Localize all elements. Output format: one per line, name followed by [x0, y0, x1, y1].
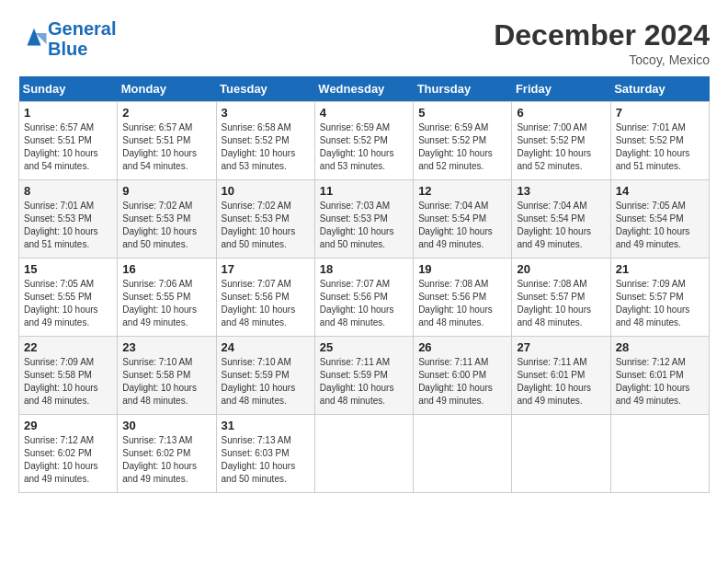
- calendar-cell: 10 Sunrise: 7:02 AM Sunset: 5:53 PM Dayl…: [216, 180, 314, 259]
- day-number: 13: [517, 184, 605, 198]
- day-info: Sunrise: 7:04 AM Sunset: 5:54 PM Dayligh…: [418, 200, 506, 251]
- calendar-cell: 11 Sunrise: 7:03 AM Sunset: 5:53 PM Dayl…: [314, 180, 413, 259]
- day-number: 6: [517, 106, 605, 120]
- day-number: 2: [122, 106, 210, 120]
- day-info: Sunrise: 7:08 AM Sunset: 5:57 PM Dayligh…: [517, 278, 605, 329]
- day-info: Sunrise: 7:08 AM Sunset: 5:56 PM Dayligh…: [418, 278, 506, 329]
- calendar-cell: 16 Sunrise: 7:06 AM Sunset: 5:55 PM Dayl…: [118, 259, 216, 337]
- calendar-cell: [610, 415, 709, 493]
- day-info: Sunrise: 6:59 AM Sunset: 5:52 PM Dayligh…: [418, 121, 506, 173]
- logo-text-line1: General: [48, 18, 116, 39]
- calendar-cell: 6 Sunrise: 7:00 AM Sunset: 5:52 PM Dayli…: [512, 102, 610, 180]
- day-info: Sunrise: 7:05 AM Sunset: 5:55 PM Dayligh…: [24, 278, 112, 329]
- calendar-cell: 1 Sunrise: 6:57 AM Sunset: 5:51 PM Dayli…: [19, 102, 118, 180]
- weekday-header: Tuesday: [216, 76, 314, 102]
- calendar-table: SundayMondayTuesdayWednesdayThursdayFrid…: [18, 76, 710, 493]
- calendar-cell: 8 Sunrise: 7:01 AM Sunset: 5:53 PM Dayli…: [19, 180, 118, 259]
- day-number: 1: [24, 106, 112, 120]
- day-info: Sunrise: 6:58 AM Sunset: 5:52 PM Dayligh…: [222, 121, 310, 173]
- calendar-cell: 28 Sunrise: 7:12 AM Sunset: 6:01 PM Dayl…: [610, 337, 709, 415]
- svg-marker-0: [28, 29, 41, 46]
- calendar-cell: 20 Sunrise: 7:08 AM Sunset: 5:57 PM Dayl…: [512, 259, 610, 337]
- title-block: December 2024 Tocoy, Mexico: [494, 18, 710, 67]
- day-info: Sunrise: 7:12 AM Sunset: 6:01 PM Dayligh…: [616, 356, 704, 408]
- calendar-week-row: 22 Sunrise: 7:09 AM Sunset: 5:58 PM Dayl…: [19, 337, 710, 415]
- calendar-week-row: 8 Sunrise: 7:01 AM Sunset: 5:53 PM Dayli…: [19, 180, 710, 259]
- calendar-cell: 4 Sunrise: 6:59 AM Sunset: 5:52 PM Dayli…: [314, 102, 413, 180]
- day-info: Sunrise: 7:10 AM Sunset: 5:59 PM Dayligh…: [222, 356, 310, 408]
- logo: General Blue: [18, 18, 116, 59]
- calendar-week-row: 29 Sunrise: 7:12 AM Sunset: 6:02 PM Dayl…: [19, 415, 710, 493]
- day-number: 15: [24, 262, 112, 276]
- day-info: Sunrise: 7:09 AM Sunset: 5:57 PM Dayligh…: [616, 278, 704, 329]
- calendar-cell: 29 Sunrise: 7:12 AM Sunset: 6:02 PM Dayl…: [19, 415, 118, 493]
- location: Tocoy, Mexico: [494, 52, 710, 67]
- calendar-cell: 19 Sunrise: 7:08 AM Sunset: 5:56 PM Dayl…: [414, 259, 512, 337]
- calendar-cell: 2 Sunrise: 6:57 AM Sunset: 5:51 PM Dayli…: [118, 102, 216, 180]
- day-number: 10: [222, 184, 310, 198]
- calendar-cell: 27 Sunrise: 7:11 AM Sunset: 6:01 PM Dayl…: [512, 337, 610, 415]
- day-info: Sunrise: 7:10 AM Sunset: 5:58 PM Dayligh…: [122, 356, 210, 408]
- day-info: Sunrise: 6:57 AM Sunset: 5:51 PM Dayligh…: [122, 121, 210, 173]
- day-number: 12: [418, 184, 506, 198]
- weekday-header: Sunday: [19, 76, 118, 102]
- day-number: 8: [24, 184, 112, 198]
- day-info: Sunrise: 6:57 AM Sunset: 5:51 PM Dayligh…: [24, 121, 112, 173]
- day-info: Sunrise: 7:00 AM Sunset: 5:52 PM Dayligh…: [517, 121, 605, 173]
- day-number: 31: [222, 419, 310, 432]
- calendar-cell: 7 Sunrise: 7:01 AM Sunset: 5:52 PM Dayli…: [610, 102, 709, 180]
- calendar-cell: 18 Sunrise: 7:07 AM Sunset: 5:56 PM Dayl…: [314, 259, 413, 337]
- calendar-cell: [512, 415, 610, 493]
- day-number: 20: [517, 262, 605, 276]
- day-number: 24: [222, 340, 310, 354]
- weekday-header: Saturday: [610, 76, 709, 102]
- day-number: 29: [24, 419, 112, 432]
- calendar-cell: 26 Sunrise: 7:11 AM Sunset: 6:00 PM Dayl…: [414, 337, 512, 415]
- calendar-cell: 21 Sunrise: 7:09 AM Sunset: 5:57 PM Dayl…: [610, 259, 709, 337]
- calendar-week-row: 1 Sunrise: 6:57 AM Sunset: 5:51 PM Dayli…: [19, 102, 710, 180]
- weekday-header: Wednesday: [314, 76, 413, 102]
- weekday-header: Friday: [512, 76, 610, 102]
- day-number: 4: [320, 106, 408, 120]
- logo-text-line2: Blue: [48, 39, 116, 59]
- day-info: Sunrise: 7:07 AM Sunset: 5:56 PM Dayligh…: [222, 278, 310, 329]
- day-info: Sunrise: 7:02 AM Sunset: 5:53 PM Dayligh…: [122, 200, 210, 251]
- day-info: Sunrise: 7:01 AM Sunset: 5:52 PM Dayligh…: [616, 121, 704, 173]
- day-info: Sunrise: 7:11 AM Sunset: 6:00 PM Dayligh…: [418, 356, 506, 408]
- calendar-cell: 15 Sunrise: 7:05 AM Sunset: 5:55 PM Dayl…: [19, 259, 118, 337]
- day-info: Sunrise: 6:59 AM Sunset: 5:52 PM Dayligh…: [320, 121, 408, 173]
- logo-icon: [20, 23, 48, 51]
- day-info: Sunrise: 7:01 AM Sunset: 5:53 PM Dayligh…: [24, 200, 112, 251]
- day-info: Sunrise: 7:02 AM Sunset: 5:53 PM Dayligh…: [222, 200, 310, 251]
- calendar-cell: 23 Sunrise: 7:10 AM Sunset: 5:58 PM Dayl…: [118, 337, 216, 415]
- day-number: 17: [222, 262, 310, 276]
- day-number: 27: [517, 340, 605, 354]
- calendar-cell: 30 Sunrise: 7:13 AM Sunset: 6:02 PM Dayl…: [118, 415, 216, 493]
- day-info: Sunrise: 7:07 AM Sunset: 5:56 PM Dayligh…: [320, 278, 408, 329]
- day-number: 23: [122, 340, 210, 354]
- day-number: 21: [616, 262, 704, 276]
- day-info: Sunrise: 7:12 AM Sunset: 6:02 PM Dayligh…: [24, 434, 112, 486]
- calendar-cell: [414, 415, 512, 493]
- day-number: 3: [222, 106, 310, 120]
- day-info: Sunrise: 7:04 AM Sunset: 5:54 PM Dayligh…: [517, 200, 605, 251]
- day-number: 11: [320, 184, 408, 198]
- calendar-cell: 31 Sunrise: 7:13 AM Sunset: 6:03 PM Dayl…: [216, 415, 314, 493]
- calendar-cell: 5 Sunrise: 6:59 AM Sunset: 5:52 PM Dayli…: [414, 102, 512, 180]
- weekday-header: Thursday: [414, 76, 512, 102]
- day-info: Sunrise: 7:13 AM Sunset: 6:03 PM Dayligh…: [222, 434, 310, 486]
- day-number: 9: [122, 184, 210, 198]
- calendar-cell: [314, 415, 413, 493]
- day-number: 5: [418, 106, 506, 120]
- day-info: Sunrise: 7:11 AM Sunset: 5:59 PM Dayligh…: [320, 356, 408, 408]
- weekday-header: Monday: [118, 76, 216, 102]
- page-header: General Blue December 2024 Tocoy, Mexico: [18, 18, 710, 67]
- day-number: 14: [616, 184, 704, 198]
- day-number: 16: [122, 262, 210, 276]
- day-number: 19: [418, 262, 506, 276]
- calendar-cell: 22 Sunrise: 7:09 AM Sunset: 5:58 PM Dayl…: [19, 337, 118, 415]
- month-title: December 2024: [494, 18, 710, 52]
- calendar-cell: 17 Sunrise: 7:07 AM Sunset: 5:56 PM Dayl…: [216, 259, 314, 337]
- day-number: 22: [24, 340, 112, 354]
- day-number: 28: [616, 340, 704, 354]
